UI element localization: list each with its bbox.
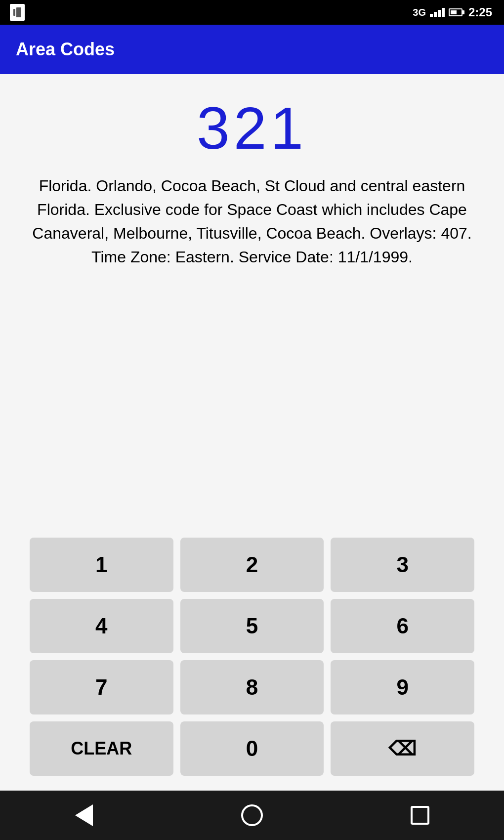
app-bar: Area Codes <box>0 25 504 74</box>
clear-button[interactable]: CLEAR <box>30 721 173 776</box>
btn-4[interactable]: 4 <box>30 599 173 653</box>
home-icon <box>241 804 263 826</box>
recents-button[interactable] <box>400 796 440 835</box>
btn-8[interactable]: 8 <box>180 660 324 714</box>
area-code-display: 321 <box>197 94 307 162</box>
back-icon <box>75 804 93 826</box>
keypad-grid: 1 2 3 4 5 6 7 8 9 CLEAR 0 ⌫ <box>30 538 474 776</box>
btn-3[interactable]: 3 <box>331 538 474 592</box>
recents-icon <box>411 806 429 825</box>
signal-icon <box>430 8 445 17</box>
backspace-icon: ⌫ <box>388 737 417 760</box>
btn-0[interactable]: 0 <box>180 721 324 776</box>
status-bar: 3G 2:25 <box>0 0 504 25</box>
content-area: 321 Florida. Orlando, Cocoa Beach, St Cl… <box>0 74 504 791</box>
btn-7[interactable]: 7 <box>30 660 173 714</box>
status-bar-right: 3G 2:25 <box>413 5 492 19</box>
bottom-nav <box>0 791 504 840</box>
btn-5[interactable]: 5 <box>180 599 324 653</box>
backspace-button[interactable]: ⌫ <box>331 721 474 776</box>
btn-1[interactable]: 1 <box>30 538 173 592</box>
keypad-container: 1 2 3 4 5 6 7 8 9 CLEAR 0 ⌫ <box>0 528 504 791</box>
btn-6[interactable]: 6 <box>331 599 474 653</box>
back-button[interactable] <box>64 796 104 835</box>
display-area: 321 Florida. Orlando, Cocoa Beach, St Cl… <box>0 74 504 528</box>
btn-2[interactable]: 2 <box>180 538 324 592</box>
app-title: Area Codes <box>16 39 115 60</box>
network-type: 3G <box>413 7 426 18</box>
area-code-description: Florida. Orlando, Cocoa Beach, St Cloud … <box>20 174 484 269</box>
home-button[interactable] <box>232 796 272 835</box>
battery-icon <box>449 8 464 16</box>
time-display: 2:25 <box>468 5 492 19</box>
btn-9[interactable]: 9 <box>331 660 474 714</box>
